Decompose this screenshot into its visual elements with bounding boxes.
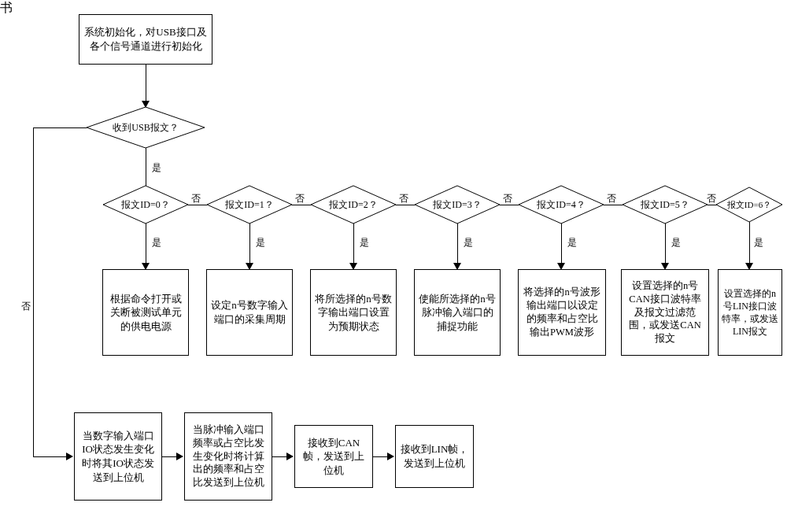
node-a0: 根据命令打开或关断被测试单元的供电电源 — [102, 269, 189, 356]
node-a3: 使能所选择的n号脉冲输入端口的捕捉功能 — [414, 269, 501, 356]
node-a6: 设置选择的n号LIN接口波特率，或发送LIN报文 — [718, 269, 782, 356]
label-no: 否 — [295, 192, 305, 205]
label-yes: 是 — [256, 236, 265, 249]
node-d6: 报文ID=6？ — [749, 205, 750, 205]
label-yes: 是 — [567, 236, 577, 249]
label-no: 否 — [503, 192, 512, 205]
node-text: 系统初始化，对USB接口及各个信号通道进行初始化 — [83, 25, 209, 53]
node-d5: 报文ID=5？ — [665, 205, 666, 205]
node-d1: 报文ID=1？ — [249, 205, 250, 205]
node-text: 设置选择的n号LIN接口波特率，或发送LIN报文 — [722, 287, 778, 338]
node-text: 当脉冲输入端口频率或占空比发生变化时将计算出的频率和占空比发送到上位机 — [188, 423, 268, 490]
label-yes: 是 — [360, 236, 369, 249]
node-d0: 报文ID=0？ — [146, 205, 146, 205]
label-no: 否 — [607, 192, 616, 205]
node-text: 报文ID=3？ — [433, 198, 481, 212]
label-no: 否 — [21, 300, 31, 313]
label-yes: 是 — [754, 236, 763, 249]
label-yes: 是 — [152, 161, 161, 175]
node-text: 接收到CAN帧，发送到上位机 — [298, 436, 369, 478]
node-d4: 报文ID=4？ — [561, 205, 562, 205]
node-text: 接收到LIN帧，发送到上位机 — [399, 442, 470, 470]
label-yes: 是 — [464, 236, 473, 249]
node-text: 收到USB报文？ — [113, 121, 178, 135]
node-text: 报文ID=2？ — [329, 198, 377, 212]
node-text: 报文ID=0？ — [121, 198, 169, 212]
node-d3: 报文ID=3？ — [457, 205, 458, 205]
node-a5: 设置选择的n号CAN接口波特率及报文过滤范围，或发送CAN报文 — [621, 269, 709, 356]
node-text: 将所选择的n号数字输出端口设置为预期状态 — [314, 292, 393, 334]
node-a2: 将所选择的n号数字输出端口设置为预期状态 — [310, 269, 397, 356]
node-text: 报文ID=4？ — [537, 198, 585, 212]
node-text: 当数字输入端口IO状态发生变化时将其IO状态发送到上位机 — [78, 429, 158, 484]
node-a4: 将选择的n号波形输出端口以设定的频率和占空比输出PWM波形 — [518, 269, 606, 356]
node-m0: 当数字输入端口IO状态发生变化时将其IO状态发送到上位机 — [74, 412, 162, 501]
node-a1: 设定n号数字输入端口的采集周期 — [206, 269, 293, 356]
node-text: 根据命令打开或关断被测试单元的供电电源 — [106, 292, 185, 334]
label-no: 否 — [191, 192, 201, 205]
node-text: 报文ID=6？ — [727, 199, 771, 211]
label-no: 否 — [707, 192, 716, 205]
node-text: 设定n号数字输入端口的采集周期 — [210, 298, 289, 326]
node-text: 将选择的n号波形输出端口以设定的频率和占空比输出PWM波形 — [522, 286, 602, 339]
node-text: 设置选择的n号CAN接口波特率及报文过滤范围，或发送CAN报文 — [625, 279, 705, 345]
node-m3: 接收到LIN帧，发送到上位机 — [395, 425, 474, 488]
node-init: 系统初始化，对USB接口及各个信号通道进行初始化 — [79, 14, 212, 65]
node-text: 报文ID=5？ — [641, 198, 689, 212]
node-text: 报文ID=1？ — [225, 198, 273, 212]
label-no: 否 — [399, 192, 408, 205]
label-yes: 是 — [671, 236, 681, 249]
node-m1: 当脉冲输入端口频率或占空比发生变化时将计算出的频率和占空比发送到上位机 — [184, 412, 272, 501]
label-yes: 是 — [152, 236, 161, 249]
node-d-usb: 收到USB报文？ — [146, 127, 146, 128]
node-m2: 接收到CAN帧，发送到上位机 — [294, 425, 373, 488]
node-d2: 报文ID=2？ — [353, 205, 354, 205]
node-text: 使能所选择的n号脉冲输入端口的捕捉功能 — [418, 292, 497, 334]
